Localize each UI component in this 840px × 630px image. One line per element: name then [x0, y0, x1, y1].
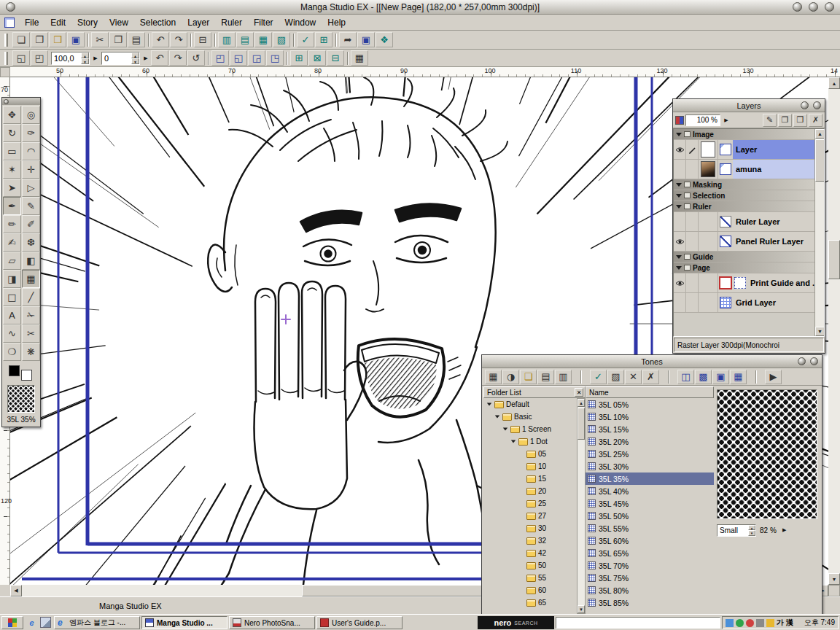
scroll-thumb[interactable] — [815, 139, 825, 182]
brush-tool[interactable]: ✍ — [3, 233, 21, 252]
tool-palette-title-bar[interactable] — [2, 98, 40, 105]
draw-target-toggle[interactable] — [686, 273, 699, 292]
select-arrow-tool[interactable]: ➤ — [3, 179, 21, 197]
pencil-tool[interactable]: ✏ — [3, 215, 21, 233]
layer-row[interactable]: Guide Guide — [674, 252, 814, 262]
delete-layer-button[interactable]: ✗ — [809, 114, 822, 127]
new-folder-button[interactable]: ❒ — [793, 114, 807, 127]
select-intersect-button[interactable]: ◳ — [266, 50, 284, 66]
palette-lock-orb[interactable] — [798, 357, 806, 365]
layer-row[interactable]: Layer Layer — [674, 140, 814, 160]
story-delete-page-button[interactable]: ▧ — [273, 32, 290, 47]
size-down-button[interactable]: ▼ — [748, 530, 755, 536]
internet-explorer-icon[interactable]: e — [26, 617, 37, 628]
print-button[interactable]: ⊟ — [194, 32, 211, 47]
tone-item[interactable]: 35L 40% — [586, 485, 714, 497]
story-pages-button[interactable]: ▤ — [236, 32, 254, 47]
visibility-eye-toggle[interactable] — [674, 140, 686, 159]
tone-item[interactable]: 35L 05% — [586, 398, 714, 411]
tone-tool[interactable]: ▦ — [22, 270, 40, 288]
tone-item[interactable]: 35L 10% — [586, 411, 714, 423]
new-tone-button[interactable]: ▦ — [485, 370, 502, 384]
title-bar[interactable]: Manga Studio EX - [[New Page] (182,00 * … — [0, 0, 840, 15]
opacity-dropdown-arrow[interactable]: ▶ — [722, 114, 731, 127]
folder-tree-item[interactable]: 42 — [483, 547, 577, 559]
layer-row[interactable]: Selection Selection — [674, 190, 814, 201]
tone-item[interactable]: 35L 70% — [586, 559, 714, 572]
close-tone-button[interactable]: ✕ — [625, 370, 642, 384]
show-desktop-icon[interactable] — [40, 617, 51, 628]
foreground-color-chip[interactable] — [9, 365, 20, 376]
folder-tree-item[interactable]: 25 — [483, 497, 577, 510]
layer-row[interactable]: Ruler Ruler — [674, 201, 814, 212]
expand-arrow-icon[interactable] — [495, 416, 499, 419]
folder-tree-item[interactable]: 05 — [483, 448, 577, 460]
zoom-presets-arrow[interactable]: ▶ — [91, 52, 100, 65]
move-layer-tool[interactable]: ✛ — [22, 160, 40, 179]
menu-item[interactable]: Selection — [134, 15, 182, 30]
ime-korean-indicator[interactable]: 가 — [777, 618, 784, 628]
folder-tree-item[interactable]: Default — [483, 398, 577, 411]
menu-item[interactable]: File — [19, 15, 44, 30]
zoom-input[interactable] — [52, 53, 81, 63]
snap-ruler-button[interactable]: ⊠ — [308, 50, 326, 66]
collapse-arrow-icon[interactable] — [676, 194, 682, 198]
start-button[interactable] — [1, 616, 23, 629]
pen-tool[interactable]: ✒ — [3, 197, 21, 215]
folder-tree-item[interactable]: 32 — [483, 534, 577, 547]
pattern-brush-tool[interactable]: ❋ — [22, 343, 40, 361]
new-layer-button[interactable]: ❐ — [778, 114, 792, 127]
collapse-arrow-icon[interactable] — [676, 266, 682, 270]
nero-search-band[interactable]: nero SEARCH — [478, 616, 554, 629]
small-icons-button[interactable]: ▥ — [555, 370, 572, 384]
scroll-left-button[interactable]: ◀ — [10, 585, 22, 596]
mech-pencil-tool[interactable]: ✐ — [22, 215, 40, 233]
large-icons-button[interactable]: ▤ — [537, 370, 554, 384]
layer-row[interactable]: amuna amuna — [674, 160, 814, 179]
marker-tool[interactable]: ✎ — [22, 197, 40, 215]
taskbar-task-button[interactable]: User's Guide.p... — [316, 616, 402, 629]
close-panel-icon[interactable] — [575, 388, 583, 397]
page-wizard-button[interactable]: ❏ — [12, 32, 30, 47]
collapse-arrow-icon[interactable] — [676, 133, 682, 136]
folder-up-button[interactable]: ❏ — [520, 370, 537, 384]
visibility-eye-toggle[interactable] — [674, 232, 686, 251]
layers-scrollbar[interactable]: ▲ ▼ — [814, 129, 824, 336]
pattern-grid-button[interactable]: ▩ — [695, 370, 712, 384]
toolbar-drag-handle[interactable] — [4, 34, 8, 47]
magic-wand-tool[interactable]: ✶ — [3, 160, 21, 179]
tray-icon[interactable] — [736, 619, 744, 627]
export-button[interactable]: ➦ — [339, 32, 357, 47]
taskbar-task-button[interactable]: Manga Studio ... — [141, 616, 228, 629]
draw-target-toggle[interactable] — [686, 232, 699, 251]
palette-close-orb[interactable] — [813, 101, 821, 109]
copy-button[interactable]: ❐ — [109, 32, 127, 47]
airbrush-tool[interactable]: ❆ — [22, 233, 40, 252]
check-line-button[interactable]: ✓ — [297, 32, 314, 47]
layer-mask-button[interactable]: ✎ — [763, 114, 777, 127]
panel-knife-tool[interactable]: ✁ — [22, 306, 40, 324]
menu-item[interactable]: View — [104, 15, 134, 30]
palette-lock-orb[interactable] — [801, 101, 809, 109]
folder-tree-item[interactable]: 1 Screen — [483, 423, 577, 435]
palette-close-orb[interactable] — [810, 357, 818, 365]
zoom-down-button[interactable]: ▼ — [81, 58, 89, 64]
menu-item[interactable]: Edit — [44, 15, 71, 30]
layer-row[interactable]: Panel Ruler Layer Pan — [674, 232, 814, 252]
folder-tree-item[interactable]: 15 — [483, 472, 577, 485]
preview-size-select[interactable]: Small ▲▼ — [717, 524, 756, 537]
menu-item[interactable]: Filter — [248, 15, 279, 30]
background-color-chip[interactable] — [21, 370, 32, 381]
fill-tool[interactable]: ◧ — [22, 252, 40, 270]
tray-icon[interactable] — [756, 619, 764, 627]
tray-icon[interactable] — [726, 619, 734, 627]
vertical-scroll-thumb[interactable] — [828, 240, 840, 279]
preview-zoom-arrow[interactable]: ▶ — [780, 524, 789, 537]
scroll-thumb[interactable] — [578, 408, 585, 440]
tone-item[interactable]: 35L 15% — [586, 423, 714, 435]
taskbar-task-button[interactable]: 엠파스 블로그 -... — [54, 616, 140, 629]
maximize-button[interactable] — [809, 2, 818, 12]
view-settings-button[interactable]: ▦ — [351, 50, 368, 66]
expand-arrow-icon[interactable] — [511, 440, 516, 443]
tone-item[interactable]: 35L 80% — [586, 584, 714, 596]
